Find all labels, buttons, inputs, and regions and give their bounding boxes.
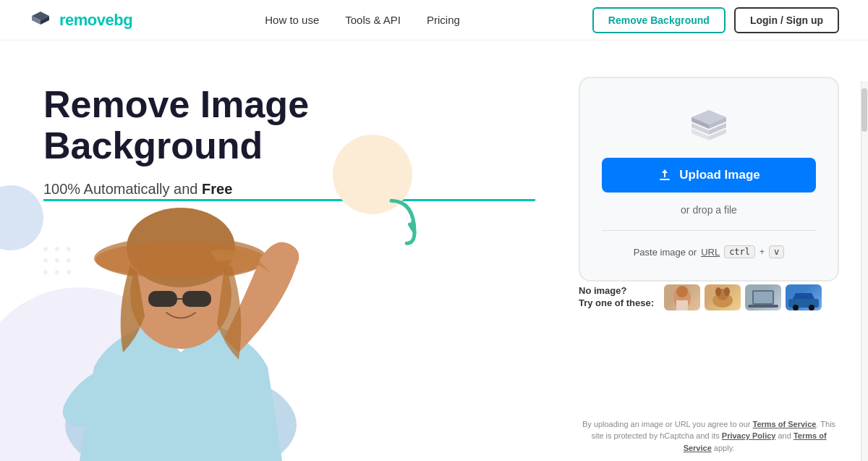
upload-image-button[interactable]: Upload Image xyxy=(602,158,816,193)
disclaimer-prefix: By uploading an image or URL you agree t… xyxy=(582,420,753,428)
header-actions: Remove Background Login / Sign up xyxy=(592,7,839,33)
svg-rect-38 xyxy=(748,305,778,308)
sample-thumb-laptop[interactable] xyxy=(745,284,781,310)
svg-point-41 xyxy=(809,305,814,310)
main-nav: How to use Tools & API Pricing xyxy=(265,14,460,26)
svg-rect-39 xyxy=(788,299,819,308)
svg-point-34 xyxy=(715,287,721,296)
logo-text: removebg xyxy=(59,11,132,30)
kbd-plus: + xyxy=(760,247,765,257)
nav-pricing[interactable]: Pricing xyxy=(427,14,460,26)
nav-tools-api[interactable]: Tools & API xyxy=(345,14,401,26)
svg-point-35 xyxy=(724,287,730,296)
privacy-policy-link[interactable]: Privacy Policy xyxy=(722,431,776,440)
paste-row: Paste image or URL ctrl + v xyxy=(634,245,785,258)
paste-text: Paste image or xyxy=(634,247,697,258)
svg-rect-28 xyxy=(660,179,670,180)
scrollbar-thumb[interactable] xyxy=(861,88,867,132)
sample-thumb-dog[interactable] xyxy=(705,284,741,310)
disclaimer-end: apply. xyxy=(712,444,735,452)
disclaimer-and: and xyxy=(775,431,793,440)
layers-icon-area xyxy=(687,107,731,143)
hero-person-image xyxy=(22,150,340,461)
drop-file-text: or drop a file xyxy=(681,204,737,216)
svg-rect-19 xyxy=(182,291,211,307)
disclaimer-text: By uploading an image or URL you agree t… xyxy=(579,418,839,454)
paste-url-link[interactable]: URL xyxy=(701,247,720,258)
layers-icon xyxy=(687,107,731,143)
svg-rect-18 xyxy=(148,291,177,307)
kbd-ctrl: ctrl xyxy=(724,245,755,258)
upload-card: Upload Image or drop a file Paste image … xyxy=(579,77,839,282)
sample-thumb-car[interactable] xyxy=(786,284,822,310)
sample-images-row: No image? Try one of these: xyxy=(579,284,839,310)
hero-section: Remove Image Background 100% Automatical… xyxy=(0,41,564,461)
svg-point-30 xyxy=(676,286,688,297)
sample-thumbnails xyxy=(664,284,822,310)
nav-how-to-use[interactable]: How to use xyxy=(265,14,319,26)
terms-of-service-link[interactable]: Terms of Service xyxy=(753,420,817,428)
scrollbar[interactable] xyxy=(861,81,868,461)
kbd-v: v xyxy=(769,245,784,258)
upload-arrow-icon xyxy=(658,168,672,182)
logo-icon xyxy=(29,9,52,32)
svg-rect-31 xyxy=(676,300,688,310)
remove-background-button[interactable]: Remove Background xyxy=(592,7,726,33)
no-image-label: No image? Try one of these: xyxy=(579,285,654,310)
logo[interactable]: removebg xyxy=(29,9,132,32)
upload-section: Upload Image or drop a file Paste image … xyxy=(564,41,868,461)
svg-point-40 xyxy=(793,305,799,310)
divider xyxy=(602,230,816,231)
sample-thumb-person[interactable] xyxy=(664,284,700,310)
svg-rect-37 xyxy=(754,292,773,303)
login-signup-button[interactable]: Login / Sign up xyxy=(734,7,839,33)
